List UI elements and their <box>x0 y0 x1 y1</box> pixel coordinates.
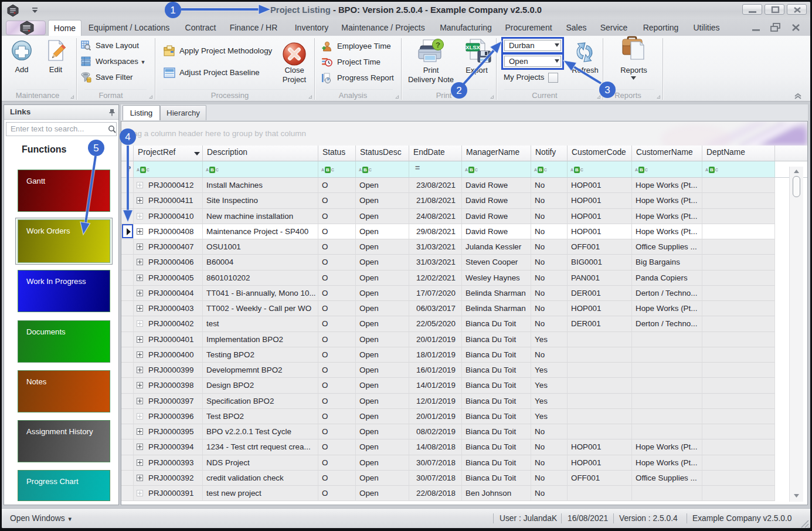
svg-text:XLSX: XLSX <box>466 44 480 50</box>
svg-text:?: ? <box>436 40 440 49</box>
